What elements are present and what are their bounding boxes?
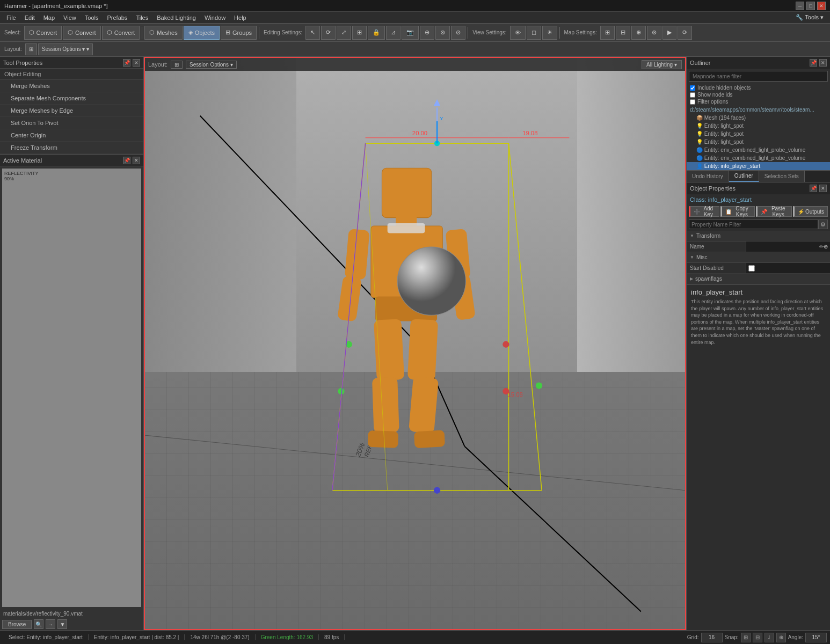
- snap-btn-2[interactable]: ⊟: [753, 633, 762, 642]
- tool-set-orion[interactable]: Set Orion To Pivot: [0, 117, 143, 129]
- menu-baked-lighting[interactable]: Baked Lighting: [152, 13, 200, 22]
- edit-settings-btn-8[interactable]: ⊕: [420, 26, 434, 40]
- spawnflags-header[interactable]: ▶ spawnflags: [687, 274, 830, 284]
- edit-settings-btn-7[interactable]: 📷: [402, 26, 419, 40]
- tree-item-mesh[interactable]: 📦 Mesh (194 faces): [687, 114, 830, 122]
- map-btn-1[interactable]: ⊞: [600, 26, 615, 40]
- edit-settings-btn-4[interactable]: ⊞: [352, 26, 367, 40]
- edit-settings-btn-10[interactable]: ⊘: [451, 26, 465, 40]
- svg-point-35: [503, 341, 509, 348]
- lighting-dropdown[interactable]: All Lighting ▾: [642, 60, 682, 69]
- menu-prefabs[interactable]: Prefabs: [103, 13, 132, 22]
- view-btn-3[interactable]: ☀: [542, 26, 557, 40]
- tree-item-player-start[interactable]: 👤 Entity: info_player_start: [687, 162, 830, 170]
- tree-item-light3[interactable]: 💡 Entity: light_spot: [687, 138, 830, 146]
- angle-value-input[interactable]: [805, 633, 827, 642]
- panel-close-btn[interactable]: ✕: [133, 59, 140, 67]
- show-node-ids-checkbox[interactable]: Show node ids: [690, 92, 827, 98]
- material-close-btn[interactable]: ✕: [133, 157, 140, 164]
- outputs-btn[interactable]: ⚡ Outputs: [793, 206, 828, 217]
- edit-settings-btn-1[interactable]: ↖: [305, 26, 320, 40]
- add-key-btn[interactable]: ➕ Add Key: [689, 206, 719, 217]
- convert-btn-2[interactable]: ⬡ Convert: [63, 26, 101, 40]
- edit-settings-btn-5[interactable]: 🔒: [368, 26, 385, 40]
- obj-prop-pin-btn[interactable]: 📌: [810, 185, 817, 192]
- layout-icon-btn[interactable]: ⊞: [25, 43, 37, 55]
- material-arrow-btn[interactable]: →: [46, 619, 55, 629]
- outliner-pin-btn[interactable]: 📌: [810, 59, 817, 67]
- snap-btn-1[interactable]: ⊞: [741, 633, 751, 642]
- prop-gear-btn[interactable]: ⚙: [818, 219, 828, 229]
- minimize-btn[interactable]: ─: [796, 2, 804, 10]
- view-btn-1[interactable]: 👁: [510, 26, 526, 40]
- tab-selection-sets[interactable]: Selection Sets: [759, 171, 805, 182]
- meshes-btn[interactable]: ⬡ Meshes: [144, 26, 183, 40]
- menu-tools[interactable]: Tools: [81, 13, 103, 22]
- include-hidden-checkbox[interactable]: Include hidden objects: [690, 85, 827, 91]
- tree-item-light2[interactable]: 💡 Entity: light_spot: [687, 130, 830, 138]
- close-btn[interactable]: ✕: [817, 2, 826, 10]
- name-input[interactable]: [748, 242, 819, 252]
- menu-help[interactable]: Help: [230, 13, 251, 22]
- tools-dropdown[interactable]: 🔧 Tools ▾: [791, 13, 828, 22]
- edit-settings-btn-3[interactable]: ⤢: [337, 26, 351, 40]
- groups-btn[interactable]: ⊞ Groups: [221, 26, 257, 40]
- maximize-btn[interactable]: □: [806, 2, 815, 10]
- map-btn-5[interactable]: ▶: [662, 26, 676, 40]
- tool-separate-mesh[interactable]: Separate Mesh Components: [0, 92, 143, 105]
- name-edit-icon[interactable]: ✏: [819, 244, 824, 250]
- menu-window[interactable]: Window: [200, 13, 230, 22]
- tab-undo-history[interactable]: Undo History: [687, 171, 729, 182]
- filter-options-checkbox[interactable]: Filter options: [690, 99, 827, 105]
- tool-merge-meshes[interactable]: Merge Meshes: [0, 80, 143, 92]
- convert-btn-1[interactable]: ⬡ Convert: [24, 26, 62, 40]
- snap-btn-3[interactable]: ♩: [765, 633, 774, 642]
- material-search-btn[interactable]: 🔍: [34, 619, 43, 629]
- objects-btn[interactable]: ◈ Objects: [184, 26, 220, 40]
- snap-btn-4[interactable]: ⊕: [776, 633, 786, 642]
- tool-center-origin[interactable]: Center Origin: [0, 129, 143, 142]
- menu-map[interactable]: Map: [39, 13, 59, 22]
- menu-view[interactable]: View: [59, 13, 81, 22]
- menu-edit[interactable]: Edit: [20, 13, 39, 22]
- edit-settings-btn-2[interactable]: ⟳: [321, 26, 336, 40]
- tree-root-item[interactable]: d:/steam/steamapps/common/steamvr/tools/…: [687, 106, 830, 114]
- misc-header[interactable]: ▼ Misc: [687, 252, 830, 263]
- material-pin-btn[interactable]: 📌: [123, 157, 130, 164]
- outliner-close-btn[interactable]: ✕: [819, 59, 827, 67]
- tree-item-probe2[interactable]: 🔵 Entity: env_combined_light_probe_volum…: [687, 154, 830, 162]
- session-options-btn[interactable]: Session Options ▾ ▾: [38, 43, 93, 55]
- prop-filter-input[interactable]: [689, 219, 818, 229]
- name-extra-icon[interactable]: ⊕: [824, 244, 828, 250]
- session-opts-btn[interactable]: Session Options ▾: [186, 61, 237, 69]
- edit-settings-btn-6[interactable]: ⊿: [386, 26, 401, 40]
- viewport[interactable]: Layout: ⊞ Session Options ▾ All Lighting…: [144, 57, 686, 630]
- tree-item-light1[interactable]: 💡 Entity: light_spot: [687, 122, 830, 130]
- layout-grid-btn[interactable]: ⊞: [171, 61, 183, 69]
- grid-value-input[interactable]: [701, 633, 723, 642]
- mapnode-filter-input[interactable]: [689, 71, 828, 82]
- convert-btn-3[interactable]: ⬡ Convert: [102, 26, 140, 40]
- menu-tiles[interactable]: Tiles: [132, 13, 152, 22]
- tool-freeze-transform[interactable]: Freeze Transform: [0, 142, 143, 154]
- map-btn-6[interactable]: ⟳: [678, 26, 692, 40]
- view-btn-2[interactable]: ◻: [527, 26, 541, 40]
- transform-header[interactable]: ▼ Transform: [687, 231, 830, 241]
- tree-item-probe1[interactable]: 🔵 Entity: env_combined_light_probe_volum…: [687, 146, 830, 154]
- name-value[interactable]: ✏ ⊕: [746, 241, 830, 252]
- map-btn-2[interactable]: ⊟: [616, 26, 630, 40]
- copy-keys-btn[interactable]: 📋 Copy Keys: [720, 206, 755, 217]
- start-disabled-checkbox[interactable]: [748, 265, 755, 272]
- obj-prop-close-btn[interactable]: ✕: [819, 185, 827, 192]
- tool-merge-by-edge[interactable]: Merge Meshes by Edge: [0, 105, 143, 117]
- paste-keys-btn[interactable]: 📌 Paste Keys: [756, 206, 792, 217]
- material-down-btn[interactable]: ▼: [57, 619, 67, 629]
- map-btn-4[interactable]: ⊗: [647, 26, 661, 40]
- map-btn-3[interactable]: ⊕: [631, 26, 646, 40]
- edit-settings-btn-9[interactable]: ⊗: [435, 26, 450, 40]
- panel-pin-btn[interactable]: 📌: [123, 59, 130, 67]
- menu-file[interactable]: File: [2, 13, 20, 22]
- status-bar: Select: Entity: info_player_start Entity…: [0, 630, 830, 644]
- browse-button[interactable]: Browse: [2, 620, 32, 629]
- tab-outliner[interactable]: Outliner: [729, 171, 759, 182]
